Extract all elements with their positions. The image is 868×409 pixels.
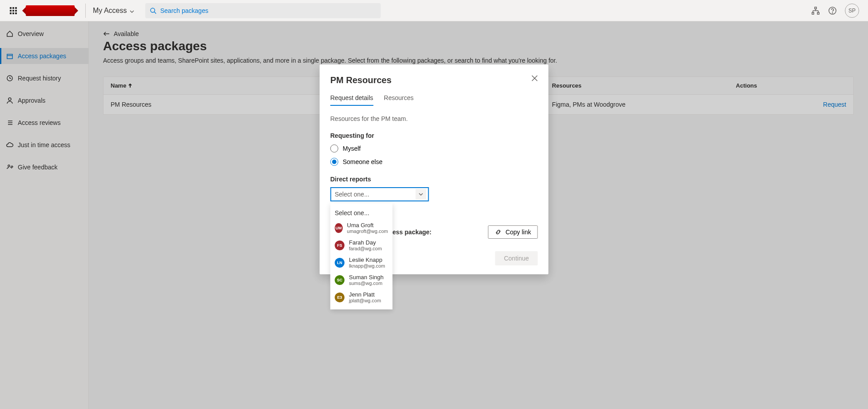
app-launcher-button[interactable]: [4, 2, 22, 20]
person-avatar: LN: [335, 258, 345, 268]
person-avatar: UM: [335, 223, 343, 233]
dropdown-item[interactable]: LNLeslie Knapplknapp@wg.com: [330, 254, 393, 271]
person-name: Uma Groft: [347, 222, 388, 229]
person-avatar: E3: [335, 293, 345, 302]
direct-reports-dropdown: Select one... UMUma Groftumagroft@wg.com…: [330, 203, 393, 309]
person-email: farad@wg.com: [349, 246, 382, 251]
request-dialog: PM Resources Request details Resources R…: [320, 64, 549, 274]
radio-label: Someone else: [343, 158, 383, 165]
chevron-down-icon: [129, 8, 135, 13]
svg-point-0: [151, 8, 155, 12]
svg-point-10: [832, 12, 833, 13]
person-avatar: FS: [335, 241, 345, 250]
search-icon: [150, 7, 156, 14]
continue-button[interactable]: Continue: [495, 251, 538, 265]
user-avatar[interactable]: SP: [845, 4, 859, 18]
top-bar: My Access SP: [0, 0, 868, 21]
person-email: lknapp@wg.com: [349, 263, 385, 269]
search-box[interactable]: [145, 3, 381, 18]
radio-indicator: [330, 144, 338, 152]
radio-indicator: [330, 158, 338, 166]
dialog-description: Resources for the PM team.: [330, 115, 538, 122]
dropdown-placeholder[interactable]: Select one...: [330, 207, 393, 219]
svg-rect-3: [812, 12, 814, 14]
person-name: Farah Day: [349, 239, 382, 246]
dropdown-item[interactable]: FSFarah Dayfarad@wg.com: [330, 237, 393, 254]
tenant-logo: [26, 5, 75, 16]
dropdown-item[interactable]: UMUma Groftumagroft@wg.com: [330, 219, 393, 237]
waffle-icon: [10, 7, 17, 14]
person-name: Jenn Platt: [349, 291, 381, 298]
copy-link-button[interactable]: Copy link: [488, 225, 538, 239]
svg-line-1: [155, 12, 156, 13]
person-name: Leslie Knapp: [349, 257, 385, 263]
help-icon[interactable]: [828, 6, 837, 15]
search-input[interactable]: [160, 7, 377, 14]
sitemap-icon[interactable]: [811, 6, 820, 15]
radio-myself[interactable]: Myself: [330, 144, 538, 152]
combo-placeholder: Select one...: [335, 191, 370, 198]
svg-rect-2: [815, 7, 816, 9]
radio-label: Myself: [343, 145, 361, 152]
close-icon: [532, 75, 538, 81]
person-name: Suman Singh: [349, 274, 384, 281]
direct-reports-label: Direct reports: [330, 176, 538, 183]
chevron-down-icon: [418, 192, 424, 197]
dropdown-item[interactable]: E3Jenn Plattjplatt@wg.com: [330, 289, 393, 306]
person-email: umagroft@wg.com: [347, 229, 388, 234]
top-right-controls: SP: [811, 4, 864, 18]
tab-resources[interactable]: Resources: [384, 94, 414, 106]
person-email: sums@wg.com: [349, 281, 384, 286]
dialog-title: PM Resources: [330, 75, 392, 85]
close-button[interactable]: [532, 75, 538, 83]
svg-rect-4: [817, 12, 819, 14]
direct-reports-combo[interactable]: Select one... Select one... UMUma Groftu…: [330, 187, 429, 201]
tab-request-details[interactable]: Request details: [330, 94, 374, 106]
link-icon: [495, 229, 502, 236]
person-email: jplatt@wg.com: [349, 298, 381, 303]
requesting-for-label: Requesting for: [330, 132, 538, 139]
app-switcher[interactable]: My Access: [85, 4, 135, 18]
dropdown-item[interactable]: SCSuman Singhsums@wg.com: [330, 271, 393, 289]
combo-toggle[interactable]: [416, 189, 426, 200]
radio-someone-else[interactable]: Someone else: [330, 158, 538, 166]
dialog-tabs: Request details Resources: [330, 94, 538, 106]
person-avatar: SC: [335, 275, 345, 285]
app-name: My Access: [93, 7, 127, 15]
